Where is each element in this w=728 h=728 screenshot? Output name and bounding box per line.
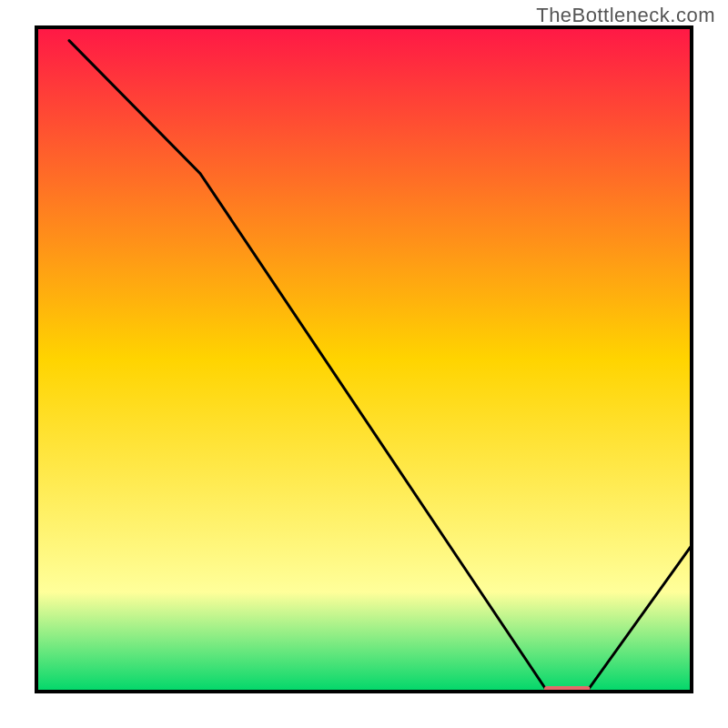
watermark-label: TheBottleneck.com [536,4,715,27]
chart-canvas [0,0,728,728]
bottleneck-chart: TheBottleneck.com [0,0,728,728]
gradient-background [36,27,692,692]
plot-area [36,27,692,693]
